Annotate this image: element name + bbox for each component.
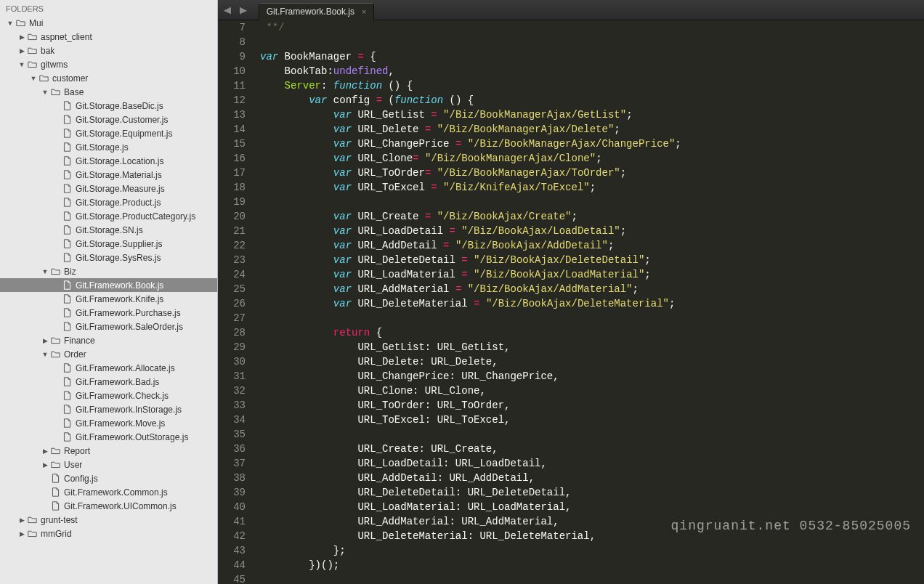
file-item[interactable]: Git.Framework.Book.js xyxy=(0,278,217,292)
code-content[interactable]: var URL_AddMaterial = "/Biz/BookAjax/Add… xyxy=(256,282,639,296)
code-line[interactable]: 28 return { xyxy=(218,325,924,340)
code-content[interactable]: URL_Delete: URL_Delete, xyxy=(256,354,498,369)
chevron-right-icon[interactable]: ▶ xyxy=(17,530,26,538)
code-line[interactable]: 27 xyxy=(218,311,924,325)
file-item[interactable]: Git.Storage.Product.js xyxy=(0,195,217,209)
code-line[interactable]: 24 var URL_LoadMaterial = "/Biz/BookAjax… xyxy=(218,267,924,282)
code-content[interactable]: })(); xyxy=(256,558,339,572)
code-content[interactable]: var URL_Delete = "/Biz/BookManagerAjax/D… xyxy=(256,122,620,137)
code-line[interactable]: 36 URL_Create: URL_Create, xyxy=(218,442,924,456)
file-item[interactable]: Git.Framework.SaleOrder.js xyxy=(0,320,217,333)
code-line[interactable]: 14 var URL_Delete = "/Biz/BookManagerAja… xyxy=(218,122,924,137)
file-item[interactable]: Config.js xyxy=(0,471,217,485)
file-item[interactable]: Git.Storage.Measure.js xyxy=(0,182,217,195)
nav-arrows[interactable]: ◀ ▶ xyxy=(224,4,259,15)
code-content[interactable]: var URL_GetList = "/Biz/BookManagerAjax/… xyxy=(256,108,633,122)
code-line[interactable]: 30 URL_Delete: URL_Delete, xyxy=(218,354,924,369)
chevron-down-icon[interactable]: ▼ xyxy=(29,75,38,82)
code-line[interactable]: 41 URL_AddMaterial: URL_AddMaterial, xyxy=(218,514,924,529)
code-content[interactable]: URL_ChangePrice: URL_ChangePrice, xyxy=(256,369,559,384)
code-line[interactable]: 21 var URL_LoadDetail = "/Biz/BookAjax/L… xyxy=(218,224,924,238)
code-area[interactable]: 7 **/89var BookManager = {10 BookTab:und… xyxy=(218,20,924,584)
code-line[interactable]: 17 var URL_ToOrder= "/Biz/BookManagerAja… xyxy=(218,166,924,180)
file-item[interactable]: Git.Framework.Move.js xyxy=(0,416,217,430)
code-content[interactable] xyxy=(256,427,260,442)
code-line[interactable]: 45 xyxy=(218,572,924,584)
code-content[interactable]: var URL_ChangePrice = "/Biz/BookManagerA… xyxy=(256,137,681,151)
file-item[interactable]: Git.Storage.Customer.js xyxy=(0,113,217,126)
code-content[interactable]: URL_GetList: URL_GetList, xyxy=(256,340,510,354)
chevron-down-icon[interactable]: ▼ xyxy=(41,89,49,96)
code-line[interactable]: 31 URL_ChangePrice: URL_ChangePrice, xyxy=(218,369,924,384)
file-item[interactable]: Git.Storage.SysRes.js xyxy=(0,251,217,264)
code-content[interactable]: var URL_Clone= "/Biz/BookManagerAjax/Clo… xyxy=(256,151,602,166)
code-line[interactable]: 25 var URL_AddMaterial = "/Biz/BookAjax/… xyxy=(218,282,924,296)
file-item[interactable]: Git.Framework.InStorage.js xyxy=(0,402,217,416)
code-content[interactable]: URL_Clone: URL_Clone, xyxy=(256,384,486,398)
folder-item[interactable]: ▼Order xyxy=(0,347,217,361)
code-line[interactable]: 32 URL_Clone: URL_Clone, xyxy=(218,384,924,398)
code-content[interactable]: var config = (function () { xyxy=(256,93,474,108)
chevron-down-icon[interactable]: ▼ xyxy=(17,61,26,68)
code-content[interactable]: var BookManager = { xyxy=(256,49,376,64)
folder-item[interactable]: ▼gitwms xyxy=(0,57,217,71)
chevron-down-icon[interactable]: ▼ xyxy=(41,351,49,358)
code-content[interactable]: var URL_LoadDetail = "/Biz/BookAjax/Load… xyxy=(256,224,626,238)
code-content[interactable]: var URL_Create = "/Biz/BookAjax/Create"; xyxy=(256,209,578,224)
code-line[interactable]: 18 var URL_ToExcel = "/Biz/KnifeAjax/ToE… xyxy=(218,180,924,195)
chevron-right-icon[interactable]: ▶ xyxy=(17,516,26,524)
chevron-right-icon[interactable]: ▶ xyxy=(41,447,49,455)
code-line[interactable]: 23 var URL_DeleteDetail = "/Biz/BookAjax… xyxy=(218,253,924,267)
chevron-right-icon[interactable]: ▶ xyxy=(41,337,49,344)
code-line[interactable]: 40 URL_LoadMaterial: URL_LoadMaterial, xyxy=(218,500,924,514)
code-content[interactable]: URL_DeleteMaterial: URL_DeleteMaterial, xyxy=(256,529,596,543)
folder-item[interactable]: ▶bak xyxy=(0,44,217,57)
code-line[interactable]: 19 xyxy=(218,195,924,209)
code-content[interactable]: var URL_ToExcel = "/Biz/KnifeAjax/ToExce… xyxy=(256,180,596,195)
code-line[interactable]: 39 URL_DeleteDetail: URL_DeleteDetail, xyxy=(218,485,924,500)
folder-item[interactable]: ▼Biz xyxy=(0,264,217,278)
code-line[interactable]: 34 URL_ToExcel: URL_ToExcel, xyxy=(218,413,924,427)
code-content[interactable] xyxy=(256,195,260,209)
file-item[interactable]: Git.Storage.ProductCategory.js xyxy=(0,209,217,223)
file-item[interactable]: Git.Framework.Check.js xyxy=(0,389,217,402)
code-line[interactable]: 43 }; xyxy=(218,543,924,558)
code-line[interactable]: 26 var URL_DeleteMaterial = "/Biz/BookAj… xyxy=(218,296,924,311)
code-content[interactable]: Server: function () { xyxy=(256,78,413,93)
folder-item[interactable]: ▶User xyxy=(0,458,217,471)
code-line[interactable]: 11 Server: function () { xyxy=(218,78,924,93)
file-item[interactable]: Git.Storage.SN.js xyxy=(0,223,217,237)
folder-item[interactable]: ▶aspnet_client xyxy=(0,30,217,44)
chevron-down-icon[interactable]: ▼ xyxy=(6,20,15,27)
code-line[interactable]: 20 var URL_Create = "/Biz/BookAjax/Creat… xyxy=(218,209,924,224)
code-line[interactable]: 7 **/ xyxy=(218,20,924,35)
code-content[interactable]: URL_AddMaterial: URL_AddMaterial, xyxy=(256,514,559,529)
code-content[interactable]: URL_DeleteDetail: URL_DeleteDetail, xyxy=(256,485,571,500)
file-item[interactable]: Git.Framework.Purchase.js xyxy=(0,306,217,320)
code-content[interactable]: var URL_AddDetail = "/Biz/BookAjax/AddDe… xyxy=(256,238,614,253)
code-content[interactable] xyxy=(256,35,260,49)
file-item[interactable]: Git.Storage.js xyxy=(0,140,217,154)
code-content[interactable]: URL_Create: URL_Create, xyxy=(256,442,498,456)
file-item[interactable]: Git.Framework.UICommon.js xyxy=(0,499,217,513)
file-item[interactable]: Git.Framework.Bad.js xyxy=(0,375,217,389)
tab-active[interactable]: Git.Framework.Book.js × xyxy=(259,3,375,20)
file-item[interactable]: Git.Storage.Location.js xyxy=(0,154,217,168)
code-content[interactable]: var URL_DeleteDetail = "/Biz/BookAjax/De… xyxy=(256,253,651,267)
file-item[interactable]: Git.Framework.Common.js xyxy=(0,485,217,499)
file-item[interactable]: Git.Framework.OutStorage.js xyxy=(0,430,217,444)
code-content[interactable]: URL_ToOrder: URL_ToOrder, xyxy=(256,398,510,413)
code-line[interactable]: 16 var URL_Clone= "/Biz/BookManagerAjax/… xyxy=(218,151,924,166)
code-line[interactable]: 22 var URL_AddDetail = "/Biz/BookAjax/Ad… xyxy=(218,238,924,253)
code-content[interactable]: URL_LoadMaterial: URL_LoadMaterial, xyxy=(256,500,571,514)
code-line[interactable]: 13 var URL_GetList = "/Biz/BookManagerAj… xyxy=(218,108,924,122)
code-content[interactable] xyxy=(256,572,260,584)
code-line[interactable]: 38 URL_AddDetail: URL_AddDetail, xyxy=(218,471,924,485)
code-line[interactable]: 9var BookManager = { xyxy=(218,49,924,64)
folder-item[interactable]: ▶mmGrid xyxy=(0,527,217,540)
chevron-down-icon[interactable]: ▼ xyxy=(41,268,49,275)
chevron-right-icon[interactable]: ▶ xyxy=(17,33,26,41)
file-item[interactable]: Git.Framework.Allocate.js xyxy=(0,361,217,375)
code-content[interactable]: URL_LoadDetail: URL_LoadDetail, xyxy=(256,456,547,471)
code-line[interactable]: 42 URL_DeleteMaterial: URL_DeleteMateria… xyxy=(218,529,924,543)
